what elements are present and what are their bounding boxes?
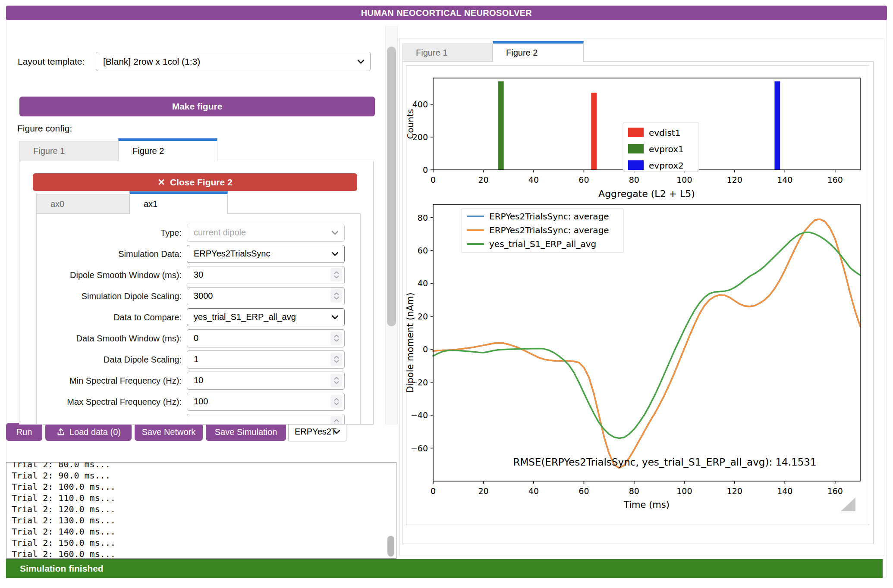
- clipped-field[interactable]: [187, 414, 345, 425]
- svg-text:−60: −60: [411, 444, 428, 453]
- chevron-down-icon: [331, 231, 339, 235]
- tab-figure-2[interactable]: Figure 2: [118, 138, 217, 161]
- app-title: HUMAN NEOCORTICAL NEUROSOLVER: [361, 8, 532, 18]
- svg-text:60: 60: [418, 246, 428, 255]
- svg-text:0: 0: [431, 486, 436, 496]
- svg-text:Dipole moment (nAm): Dipole moment (nAm): [406, 292, 415, 393]
- stepper-buttons[interactable]: [330, 353, 342, 366]
- tab-figure-1[interactable]: Figure 1: [19, 141, 118, 161]
- rmse-annotation: RMSE(ERPYes2TrialsSync, yes_trial_S1_ERP…: [513, 457, 816, 468]
- viewer-tab-figure-1[interactable]: Figure 1: [402, 44, 493, 62]
- svg-text:20: 20: [418, 312, 428, 321]
- stepper-buttons[interactable]: [330, 268, 342, 281]
- close-figure-button[interactable]: ✕ Close Figure 2: [33, 173, 357, 191]
- data-smooth-window-label: Data Smooth Window (ms):: [37, 329, 182, 347]
- figure-config-label: Figure config:: [17, 123, 72, 134]
- dipole-smooth-window-input[interactable]: 30: [187, 266, 345, 284]
- chevron-down-icon: [334, 423, 339, 425]
- simulation-select[interactable]: ERPYes2T: [288, 422, 346, 441]
- svg-text:160: 160: [827, 175, 843, 185]
- chevron-down-icon: [334, 381, 339, 384]
- console-scrollbar-thumb[interactable]: [387, 536, 394, 557]
- layout-template-label: Layout template:: [18, 56, 85, 67]
- stepper-buttons[interactable]: [330, 395, 342, 408]
- stepper-buttons[interactable]: [330, 416, 342, 425]
- max-spectral-frequency-label: Max Spectral Frequency (Hz):: [37, 393, 182, 411]
- matplotlib-figure: 0204060801001201401600200400CountsAggreg…: [406, 65, 869, 525]
- svg-text:140: 140: [777, 175, 792, 185]
- data-smooth-window-input[interactable]: 0: [187, 329, 345, 347]
- viewer-tab-figure-2[interactable]: Figure 2: [493, 41, 584, 62]
- stepper-buttons[interactable]: [330, 332, 342, 345]
- svg-text:40: 40: [418, 278, 428, 288]
- svg-text:160: 160: [827, 486, 843, 496]
- chevron-down-icon: [331, 315, 339, 320]
- svg-text:Counts: Counts: [406, 109, 415, 139]
- chevron-up-icon: [334, 419, 339, 422]
- make-figure-button[interactable]: Make figure: [19, 97, 375, 116]
- svg-text:evdist1: evdist1: [649, 128, 680, 138]
- svg-text:100: 100: [676, 175, 692, 185]
- svg-text:evprox2: evprox2: [649, 160, 684, 171]
- chevron-down-icon: [357, 59, 365, 64]
- close-icon: ✕: [157, 177, 165, 188]
- svg-text:ERPYes2TrialsSync: average: ERPYes2TrialsSync: average: [489, 225, 609, 235]
- figure-resize-handle[interactable]: [841, 497, 855, 511]
- chevron-up-icon: [334, 356, 339, 359]
- app-title-bar: HUMAN NEOCORTICAL NEUROSOLVER: [6, 6, 887, 20]
- simulation-data-select[interactable]: ERPYes2TrialsSync: [187, 245, 345, 263]
- svg-text:120: 120: [727, 175, 742, 185]
- simulation-dipole-scaling-label: Simulation Dipole Scaling:: [37, 287, 182, 305]
- dipole-chart: 020406080100120140160−60−40−20020406080D…: [406, 203, 870, 521]
- save-simulation-button[interactable]: Save Simulation: [206, 423, 286, 441]
- simulation-dipole-scaling-input[interactable]: 3000: [187, 287, 345, 305]
- config-panel: Layout template: [Blank] 2row x 1col (1:…: [6, 26, 385, 425]
- svg-text:60: 60: [579, 486, 589, 496]
- data-dipole-scaling-input[interactable]: 1: [187, 350, 345, 369]
- chevron-down-icon: [334, 275, 339, 278]
- svg-text:140: 140: [777, 486, 792, 496]
- stepper-buttons[interactable]: [330, 374, 342, 387]
- left-panel-scrollbar-thumb[interactable]: [387, 47, 396, 326]
- close-figure-label: Close Figure 2: [170, 177, 233, 188]
- upload-icon: [56, 427, 66, 437]
- svg-text:80: 80: [629, 175, 639, 185]
- save-network-button[interactable]: Save Network: [135, 423, 203, 441]
- chevron-down-icon: [334, 297, 339, 300]
- svg-text:60: 60: [579, 175, 589, 185]
- tab-ax0[interactable]: ax0: [36, 194, 129, 214]
- console-text: Trial 2: 80.0 ms... Trial 2: 90.0 ms... …: [12, 462, 396, 559]
- svg-text:0: 0: [431, 175, 436, 185]
- type-select[interactable]: current dipole: [187, 224, 345, 242]
- status-bar: Simulation finished: [6, 559, 883, 578]
- tab-ax1[interactable]: ax1: [129, 191, 228, 214]
- chevron-down-icon: [334, 360, 339, 363]
- svg-text:120: 120: [727, 486, 742, 496]
- data-to-compare-label: Data to Compare:: [37, 308, 182, 326]
- min-spectral-frequency-input[interactable]: 10: [187, 372, 345, 390]
- chevron-up-icon: [334, 398, 339, 401]
- svg-text:0: 0: [423, 344, 428, 354]
- data-to-compare-select[interactable]: yes_trial_S1_ERP_all_avg: [187, 308, 345, 326]
- load-data-button[interactable]: Load data (0): [45, 423, 132, 441]
- layout-template-select[interactable]: [Blank] 2row x 1col (1:3): [96, 52, 371, 71]
- svg-text:400: 400: [412, 100, 428, 109]
- max-spectral-frequency-input[interactable]: 100: [187, 393, 345, 411]
- svg-text:80: 80: [418, 213, 428, 222]
- ax1-settings-panel: Type:current dipoleSimulation Data:ERPYe…: [36, 213, 361, 425]
- load-data-label: Load data (0): [69, 427, 121, 437]
- svg-text:RMSE(ERPYes2TrialsSync, yes_tr: RMSE(ERPYes2TrialsSync, yes_trial_S1_ERP…: [513, 457, 816, 468]
- layout-template-value: [Blank] 2row x 1col (1:3): [103, 56, 200, 66]
- svg-text:40: 40: [528, 486, 539, 496]
- run-button[interactable]: Run: [6, 423, 42, 441]
- simulation-data-label: Simulation Data:: [37, 245, 182, 263]
- svg-text:20: 20: [478, 175, 488, 185]
- chevron-down-icon: [334, 402, 339, 405]
- dipole-smooth-window-label: Dipole Smooth Window (ms):: [37, 266, 182, 284]
- chevron-up-icon: [334, 292, 339, 295]
- data-dipole-scaling-label: Data Dipole Scaling:: [37, 350, 182, 369]
- histogram-legend: evdist1evprox1evprox2: [623, 122, 699, 172]
- stepper-buttons[interactable]: [330, 289, 342, 303]
- type-label: Type:: [37, 224, 182, 242]
- console-output[interactable]: Trial 2: 80.0 ms... Trial 2: 90.0 ms... …: [6, 462, 396, 559]
